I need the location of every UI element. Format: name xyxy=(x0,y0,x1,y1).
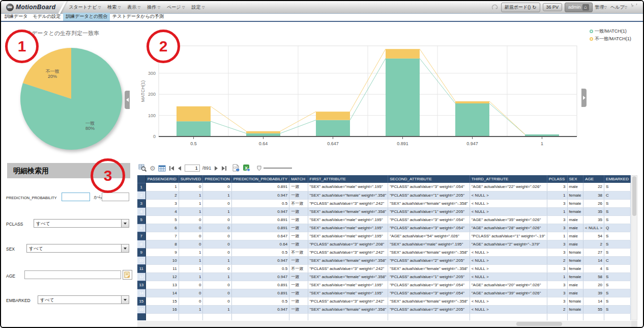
table-cell[interactable]: 一致 xyxy=(289,272,308,281)
table-cell[interactable]: male xyxy=(567,240,583,248)
table-cell[interactable]: 3 xyxy=(547,248,567,256)
table-cell[interactable]: 0.5 xyxy=(231,297,289,305)
table-cell[interactable]: 3 xyxy=(547,215,567,224)
table-cell[interactable]: 2 xyxy=(145,191,179,199)
row-number-cell[interactable]: 4 xyxy=(137,207,145,215)
table-cell[interactable]: 0.5 xyxy=(231,248,289,256)
menu-item-5[interactable]: ページ ▽ xyxy=(167,4,185,11)
grid-column-header[interactable]: PREDICTION xyxy=(203,175,231,183)
table-row[interactable]: 1515000.5一致"PCLASS" actualValue="3" weig… xyxy=(137,297,631,305)
table-cell[interactable]: "AGE" actualValue="28" weight=".026" xyxy=(470,224,547,232)
table-cell[interactable]: 不一致 xyxy=(289,248,308,256)
panel-toggle-swirl-icon[interactable] xyxy=(631,4,638,11)
table-cell[interactable]: female xyxy=(567,256,583,264)
table-cell[interactable]: 0 xyxy=(203,264,231,272)
table-cell[interactable]: < NULL > xyxy=(470,207,547,215)
table-cell[interactable]: 0 xyxy=(203,281,231,289)
table-cell[interactable]: 26 xyxy=(583,199,604,207)
table-cell[interactable]: 0 xyxy=(203,240,231,248)
table-cell[interactable]: "PCLASS" actualValue="3" weight=".242" xyxy=(308,297,388,305)
embarked-select-button[interactable] xyxy=(121,296,129,304)
row-number-cell[interactable]: 8 xyxy=(137,240,145,248)
table-cell[interactable]: 0.947 xyxy=(231,256,289,264)
expand-panel-handle[interactable] xyxy=(581,89,587,107)
table-cell[interactable]: 0 xyxy=(203,232,231,240)
table-cell[interactable]: 0.5 xyxy=(231,264,289,272)
grid-column-header[interactable]: PREDICTION_PROBABILITY xyxy=(231,175,289,183)
row-number-cell[interactable]: 5 xyxy=(137,215,145,224)
table-cell[interactable]: 一致 xyxy=(289,215,308,224)
bar-segment-一致/MATCH(1)[interactable] xyxy=(316,120,350,136)
table-cell[interactable]: < NULL > xyxy=(583,224,604,232)
table-cell[interactable]: 3 xyxy=(547,240,567,248)
table-cell[interactable]: < NULL > xyxy=(470,191,547,199)
table-cell[interactable]: S xyxy=(604,297,631,305)
table-row[interactable]: 77000.647一致"SEX" actualValue="male" weig… xyxy=(137,232,631,240)
table-cell[interactable]: 一致 xyxy=(289,305,308,313)
table-cell[interactable]: 一致 xyxy=(289,240,308,248)
table-cell[interactable]: 1 xyxy=(203,305,231,313)
table-cell[interactable]: "PCLASS" actualValue="1" weight="-.19" xyxy=(470,232,547,240)
table-cell[interactable]: female xyxy=(567,199,583,207)
embarked-select[interactable]: すべて xyxy=(38,295,129,304)
table-cell[interactable]: "PCLASS" actualValue="3" weight=".242" xyxy=(308,264,388,272)
user-account-button[interactable]: admin ⌂ xyxy=(565,3,593,12)
table-cell[interactable]: S xyxy=(604,248,631,256)
table-cell[interactable]: 0.64 xyxy=(231,240,289,248)
new-board-button[interactable]: 新規ボード() ↻ xyxy=(501,3,540,12)
table-cell[interactable]: female xyxy=(567,297,583,305)
table-cell[interactable]: 1 xyxy=(203,256,231,264)
table-cell[interactable]: 一致 xyxy=(289,256,308,264)
table-cell[interactable]: 35 xyxy=(583,215,604,224)
table-cell[interactable]: 1 xyxy=(547,232,567,240)
sex-select[interactable]: すべて xyxy=(26,244,129,253)
table-cell[interactable]: 35 xyxy=(583,207,604,215)
table-row[interactable]: 99100.5不一致"PCLASS" actualValue="3" weigh… xyxy=(137,248,631,256)
table-cell[interactable]: "SEX" actualValue="female" weight="-.358… xyxy=(388,297,470,305)
table-cell[interactable]: 0.947 xyxy=(231,191,289,199)
table-cell[interactable]: 55 xyxy=(583,305,604,313)
last-page-button[interactable] xyxy=(221,166,227,171)
grid-settings-button[interactable]: ⚙ xyxy=(150,165,156,172)
grid-column-header[interactable]: THIRD_ATTRIBUTE xyxy=(470,175,547,183)
table-cell[interactable]: 不一致 xyxy=(289,199,308,207)
table-cell[interactable]: Q xyxy=(604,224,631,232)
table-cell[interactable]: "SEX" actualValue="male" weight=".195" xyxy=(308,281,388,289)
table-cell[interactable]: "PCLASS" actualValue="3" weight=".054" xyxy=(388,215,470,224)
row-number-cell[interactable]: 2 xyxy=(137,191,145,199)
table-cell[interactable]: 0.947 xyxy=(231,207,289,215)
table-cell[interactable]: 14 xyxy=(583,297,604,305)
table-cell[interactable]: 0 xyxy=(203,224,231,232)
table-cell[interactable]: "PCLASS" actualValue="1" weight=".205" xyxy=(388,191,470,199)
row-number-cell[interactable]: 10 xyxy=(137,256,145,264)
table-cell[interactable]: 1 xyxy=(179,248,203,256)
table-cell[interactable]: male xyxy=(567,224,583,232)
table-cell[interactable]: 39 xyxy=(583,289,604,297)
table-cell[interactable]: 0 xyxy=(179,281,203,289)
table-cell[interactable]: 7 xyxy=(145,232,179,240)
table-cell[interactable]: S xyxy=(604,305,631,313)
table-cell[interactable]: 0 xyxy=(203,183,231,191)
grid-horizontal-scrollbar[interactable] xyxy=(137,321,631,327)
menu-item-4[interactable]: 操作 ▽ xyxy=(147,4,160,11)
grid-column-header[interactable]: AGE xyxy=(583,175,604,183)
grid-vertical-scrollbar[interactable] xyxy=(631,175,637,320)
table-cell[interactable]: 0 xyxy=(179,224,203,232)
row-number-cell[interactable]: 1 xyxy=(137,183,145,191)
bar-segment-一致/MATCH(1)[interactable] xyxy=(177,121,211,136)
table-cell[interactable]: 一致 xyxy=(289,232,308,240)
table-cell[interactable]: "AGE" actualValue="22" weight=".026" xyxy=(470,183,547,191)
table-cell[interactable]: 14 xyxy=(583,256,604,264)
table-cell[interactable]: "PCLASS" actualValue="3" weight=".054" xyxy=(388,183,470,191)
table-row[interactable]: 1111100.5不一致"PCLASS" actualValue="3" wei… xyxy=(137,264,631,272)
table-cell[interactable]: 3 xyxy=(547,281,567,289)
table-cell[interactable]: 一致 xyxy=(289,207,308,215)
table-cell[interactable]: C xyxy=(604,191,631,199)
table-cell[interactable]: S xyxy=(604,264,631,272)
table-cell[interactable]: female xyxy=(567,305,583,313)
table-row[interactable]: 1212110.947一致"SEX" actualValue="female" … xyxy=(137,272,631,281)
table-row[interactable]: 1414000.891一致"SEX" actualValue="male" we… xyxy=(137,289,631,297)
table-cell[interactable]: 1 xyxy=(203,207,231,215)
table-cell[interactable]: "PCLASS" actualValue="1" weight=".205" xyxy=(388,207,470,215)
table-cell[interactable]: 0.947 xyxy=(231,272,289,281)
